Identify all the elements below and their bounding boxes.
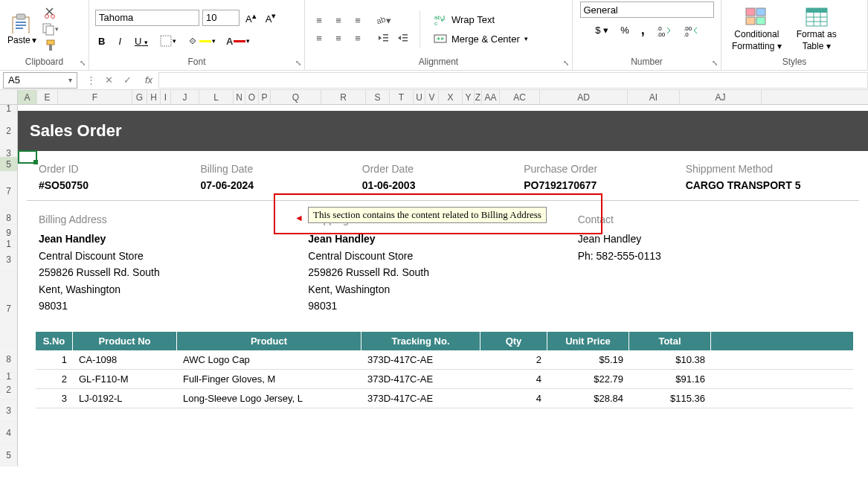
fx-icon[interactable]: fx [139,74,158,86]
col-header-I[interactable]: I [161,90,171,104]
decrease-font-button[interactable]: A▾ [263,10,280,26]
alignment-dialog-launcher[interactable]: ⤡ [563,59,569,67]
col-header-Y[interactable]: Y [463,90,475,104]
cell-sno[interactable]: 1 [36,350,73,369]
chevron-down-icon[interactable]: ▾ [68,76,72,84]
col-header-Z[interactable]: Z [475,90,482,104]
col-header-S[interactable]: S [366,90,390,104]
increase-indent-button[interactable] [394,30,411,45]
row-header[interactable]: 1 [0,105,18,112]
row-header[interactable]: 5 [0,444,18,466]
font-family-select[interactable] [95,10,199,26]
orientation-button[interactable]: ab▾ [375,13,391,28]
cancel-formula-button[interactable]: ✕ [100,74,118,86]
cell-trk[interactable]: 373D-417C-AE [361,350,480,369]
col-header-AI[interactable]: AI [628,90,680,104]
cell-pno[interactable]: GL-F110-M [73,370,177,388]
row-header[interactable]: 2 [0,380,18,399]
cut-button[interactable] [41,5,60,20]
row-header[interactable]: 3 [0,248,18,272]
col-header-AA[interactable]: AA [482,90,500,104]
cell-pno[interactable]: CA-1098 [73,350,177,369]
col-header-V[interactable]: V [425,90,439,104]
name-box[interactable]: A5 ▾ [3,72,77,89]
fill-color-button[interactable]: ▾ [185,33,217,48]
cell-prd[interactable]: Long-Sleeve Logo Jersey, L [177,389,361,408]
increase-decimal-button[interactable]: .0.00 [654,23,675,38]
row-header[interactable]: 5 [0,157,18,172]
align-bottom-button[interactable]: ≡ [350,13,366,28]
select-all-corner[interactable] [0,90,18,104]
col-header-H[interactable]: H [147,90,161,104]
sheet-content[interactable]: Sales Order Order ID #SO50750 Billing Da… [18,105,868,466]
align-middle-button[interactable]: ≡ [330,13,347,28]
cell-qty[interactable]: 2 [480,350,547,369]
col-header-AJ[interactable]: AJ [680,90,762,104]
col-header-X[interactable]: X [439,90,463,104]
row-header[interactable]: 3 [0,150,18,157]
underline-button[interactable]: U ▾ [132,34,151,48]
row-header[interactable]: 8 [0,211,18,225]
align-right-button[interactable]: ≡ [350,30,366,45]
bold-button[interactable]: B [95,34,108,48]
row-header[interactable]: 1 [0,240,18,248]
cell-tot[interactable]: $115.36 [629,389,711,408]
col-header-O[interactable]: O [245,90,259,104]
col-header-L[interactable]: L [199,90,234,104]
cell-tot[interactable]: $10.38 [629,350,711,369]
cell-qty[interactable]: 4 [480,389,547,408]
cell-upr[interactable]: $28.84 [547,389,629,408]
number-format-select[interactable] [580,1,714,18]
cell-trk[interactable]: 373D-417C-AE [361,389,480,408]
copy-button[interactable]: ▾ [41,22,60,36]
cell-tot[interactable]: $91.16 [629,370,711,388]
col-header-Q[interactable]: Q [271,90,321,104]
col-header-T[interactable]: T [390,90,414,104]
clipboard-dialog-launcher[interactable]: ⤡ [80,59,86,67]
cell-prd[interactable]: Full-Finger Gloves, M [177,370,361,388]
number-dialog-launcher[interactable]: ⤡ [712,59,718,67]
border-button[interactable]: ▾ [158,33,178,48]
cell-sno[interactable]: 3 [36,389,73,408]
cell-pno[interactable]: LJ-0192-L [73,389,177,408]
merge-center-button[interactable]: Merge & Center ▾ [429,30,533,47]
paste-button[interactable]: Paste ▾ [6,11,38,47]
row-header[interactable]: 7 [0,172,18,211]
col-header-U[interactable]: U [414,90,425,104]
col-header-AC[interactable]: AC [500,90,540,104]
col-header-F[interactable]: F [58,90,132,104]
row-header[interactable]: 3 [0,399,18,422]
italic-button[interactable]: I [115,34,124,48]
format-painter-button[interactable] [41,38,60,53]
row-header[interactable]: 8 [0,346,18,373]
percent-button[interactable]: % [617,23,632,37]
wrap-text-button[interactable]: abcWrap Text [429,11,533,28]
col-header-G[interactable]: G [132,90,147,104]
cell-prd[interactable]: AWC Logo Cap [177,350,361,369]
currency-button[interactable]: $ ▾ [592,23,611,37]
row-header[interactable]: 1 [0,373,18,380]
increase-font-button[interactable]: A▴ [242,10,260,26]
col-header-P[interactable]: P [259,90,271,104]
col-header-J[interactable]: J [171,90,199,104]
cell-qty[interactable]: 4 [480,370,547,388]
font-dialog-launcher[interactable]: ⤡ [295,59,301,67]
accept-formula-button[interactable]: ✓ [119,74,136,86]
row-header[interactable]: 2 [0,112,18,150]
align-left-button[interactable]: ≡ [311,30,327,45]
row-header[interactable]: 7 [0,272,18,346]
decrease-indent-button[interactable] [375,30,391,45]
cell-sno[interactable]: 2 [36,370,73,388]
comma-button[interactable]: , [638,21,648,39]
font-color-button[interactable]: A▾ [225,34,251,48]
conditional-formatting-button[interactable]: Conditional Formatting ▾ [727,5,786,53]
decrease-decimal-button[interactable]: .00.0 [681,23,701,38]
col-header-N[interactable]: N [234,90,245,104]
col-header-R[interactable]: R [321,90,366,104]
align-top-button[interactable]: ≡ [311,13,327,28]
font-size-select[interactable] [202,10,239,26]
col-header-A[interactable]: A [18,90,37,104]
cell-upr[interactable]: $5.19 [547,350,629,369]
format-as-table-button[interactable]: Format as Table ▾ [792,5,841,53]
cell-upr[interactable]: $22.79 [547,370,629,388]
